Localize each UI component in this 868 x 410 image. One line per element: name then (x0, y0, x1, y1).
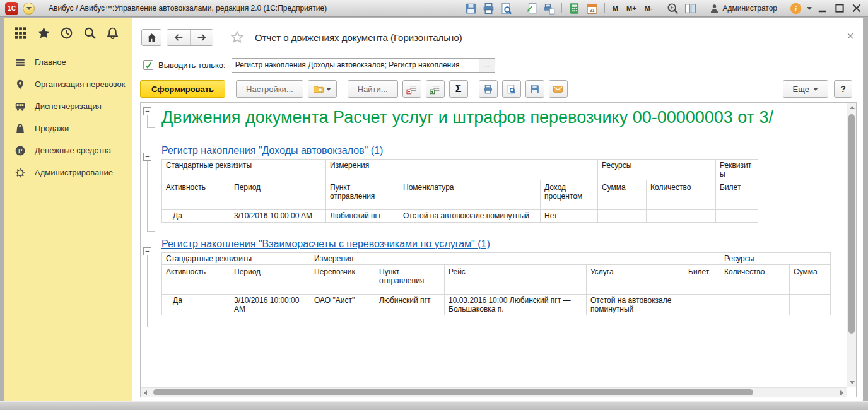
collapse-group-button[interactable] (143, 247, 151, 255)
collapse-group-button[interactable] (143, 153, 151, 161)
zoom-icon[interactable] (666, 2, 679, 15)
filter-label: Выводить только: (158, 61, 226, 70)
scroll-left-arrow-icon[interactable] (144, 390, 147, 395)
sidebar-item-label: Продажи (35, 124, 69, 133)
svg-text:i: i (795, 4, 797, 13)
group-header-cell: Реквизиты (716, 160, 758, 180)
group-header-cell: Ресурсы (598, 160, 716, 180)
split-panel-icon[interactable] (684, 2, 697, 15)
memory-m-plus-button[interactable]: M+ (625, 4, 638, 12)
current-user[interactable]: Администратор (709, 3, 777, 14)
print-preview-icon[interactable] (500, 2, 513, 15)
horizontal-scrollbar-thumb[interactable] (153, 389, 753, 395)
help-button[interactable]: ? (834, 80, 852, 98)
collapse-group-button[interactable] (143, 107, 151, 115)
report-variants-button[interactable] (308, 80, 337, 98)
data-cell: Любинский пгт (326, 210, 399, 223)
group-header-cell: Измерения (310, 253, 720, 265)
memory-m-minus-button[interactable]: M- (643, 4, 655, 12)
save-icon (529, 84, 540, 95)
scroll-right-arrow-icon[interactable] (840, 390, 843, 395)
calendar-icon[interactable]: 31 (585, 2, 599, 15)
print-icon[interactable] (482, 2, 495, 15)
collapse-groups-icon (406, 84, 417, 95)
settings-button[interactable]: Настройки... (236, 80, 303, 98)
report-section: Регистр накопления "Доходы автовокзалов"… (161, 145, 846, 223)
forward-button[interactable] (190, 30, 213, 45)
save-icon[interactable] (464, 2, 478, 15)
data-cell: ОАО "Аист" (310, 295, 375, 315)
horizontal-scrollbar[interactable] (141, 387, 847, 397)
column-header-cell: Пункт отправления (326, 180, 399, 210)
sidebar-item-transport-organization[interactable]: Организация перевозок (4, 73, 132, 95)
register-table: Стандартные реквизитыИзмеренияРесурсыАкт… (161, 252, 831, 315)
print-preview-button[interactable] (502, 80, 521, 98)
column-header-cell: Услуга (587, 265, 684, 295)
map-pin-icon (15, 79, 26, 90)
scroll-up-arrow-icon[interactable] (850, 106, 855, 109)
app-logo-1c: 1С (5, 2, 18, 15)
register-link[interactable]: Регистр накопления "Доходы автовокзалов"… (161, 145, 383, 156)
close-button[interactable] (850, 2, 863, 15)
home-icon (146, 32, 157, 43)
arrow-left-icon (173, 32, 184, 43)
data-cell (684, 295, 720, 315)
form-close-icon[interactable] (846, 32, 855, 40)
filter-value-input[interactable] (232, 58, 479, 73)
data-cell: Да (162, 295, 230, 315)
favorite-star-icon[interactable] (230, 30, 244, 44)
grouping-margin (141, 103, 156, 387)
search-icon[interactable] (83, 26, 97, 40)
export-icon[interactable] (542, 2, 556, 15)
back-button[interactable] (167, 30, 190, 45)
main-menu-button[interactable] (23, 3, 35, 15)
bell-icon[interactable] (106, 26, 119, 40)
bus-icon (15, 101, 26, 112)
sidebar-item-label: Денежные средства (35, 146, 111, 155)
filter-ellipsis-button[interactable]: ... (479, 58, 495, 73)
sidebar-item-label: Главное (35, 57, 66, 67)
sidebar-item-administration[interactable]: Администрирование (4, 161, 132, 184)
sidebar-item-sales[interactable]: Продажи (4, 117, 132, 139)
vertical-scrollbar[interactable] (847, 103, 856, 387)
info-icon[interactable]: i (789, 2, 802, 15)
history-icon[interactable] (60, 26, 73, 40)
generate-button[interactable]: Сформировать (140, 80, 225, 98)
register-link[interactable]: Регистр накопления "Взаиморасчеты с пере… (161, 238, 490, 250)
show-only-checkbox[interactable] (143, 60, 153, 70)
save-button[interactable] (525, 80, 544, 98)
sum-button[interactable]: Σ (449, 80, 468, 98)
group-tree-line (147, 127, 155, 128)
import-icon[interactable] (525, 2, 538, 15)
expand-groups-button[interactable] (426, 80, 445, 98)
window-title: Авибус / Авибус™:Управление автовокзалам… (49, 4, 327, 13)
memory-m-button[interactable]: M (611, 4, 620, 12)
calculator-icon[interactable] (568, 2, 581, 15)
send-email-button[interactable] (549, 80, 568, 98)
maximize-button[interactable] (833, 2, 846, 15)
minimize-button[interactable] (816, 2, 829, 15)
main-panel: Отчет о движениях документа (Горизонталь… (132, 18, 863, 401)
column-header-cell: Рейс (445, 265, 587, 295)
vertical-scrollbar-thumb[interactable] (848, 114, 855, 334)
sidebar-item-label: Организация перевозок (35, 79, 125, 89)
favorites-star-icon[interactable] (37, 26, 50, 40)
report-title: Движения документа Расчет услуг и штрафо… (161, 108, 846, 127)
scroll-down-arrow-icon[interactable] (850, 381, 855, 384)
collapse-groups-button[interactable] (402, 80, 421, 98)
data-cell: Да (162, 210, 230, 223)
column-header-cell: Активность (162, 180, 230, 210)
sidebar-item-dispatching[interactable]: Диспетчеризация (4, 95, 132, 117)
home-button[interactable] (141, 29, 161, 46)
sidebar-item-main[interactable]: Главное (4, 51, 132, 73)
sidebar-item-money[interactable]: Р Денежные средства (4, 139, 132, 161)
more-button[interactable]: Еще (783, 80, 828, 98)
print-button[interactable] (479, 80, 498, 98)
column-header-cell: Пункт отправления (375, 265, 445, 295)
sections-grid-icon[interactable] (14, 26, 27, 40)
chevron-down-icon[interactable] (807, 7, 812, 10)
group-header-cell: Стандартные реквизиты (162, 253, 310, 265)
column-header-cell: Доход процентом (541, 180, 598, 210)
find-button[interactable]: Найти... (348, 80, 398, 98)
column-header-cell: Сумма (790, 265, 831, 295)
